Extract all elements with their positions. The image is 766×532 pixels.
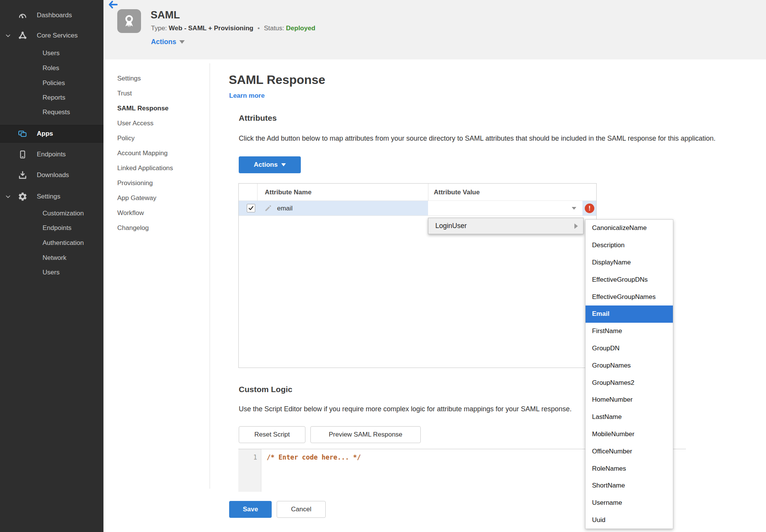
attributes-actions-button[interactable]: Actions	[239, 156, 301, 173]
attribute-name-cell: email	[277, 201, 293, 216]
section-title: SAML Response	[229, 73, 325, 87]
status-label: Status:	[264, 25, 284, 32]
submenu-item-username[interactable]: Username	[586, 494, 673, 512]
submenu-item-description[interactable]: Description	[586, 237, 673, 254]
subnav-item-trust[interactable]: Trust	[117, 86, 132, 101]
subnav-item-workflow[interactable]: Workflow	[117, 205, 144, 220]
subnav-item-account-mapping[interactable]: Account Mapping	[117, 146, 167, 161]
app-meta: Type: Web - SAML + Provisioning • Status…	[151, 25, 315, 32]
subnav-item-app-gateway[interactable]: App Gateway	[117, 190, 156, 205]
sidebar-item-label: Dashboards	[37, 11, 72, 19]
separator-dot: •	[255, 25, 262, 32]
submenu-item-effectivegroupnames[interactable]: EffectiveGroupNames	[586, 288, 673, 305]
header-actions-menu[interactable]: Actions	[151, 38, 185, 46]
award-ribbon-icon	[117, 9, 141, 33]
edit-pencil-icon[interactable]	[264, 204, 272, 212]
submenu-item-rolenames[interactable]: RoleNames	[586, 460, 673, 477]
save-button[interactable]: Save	[229, 501, 272, 518]
row-checkbox[interactable]	[247, 204, 255, 212]
page: DashboardsCore ServicesUsersRolesPolicie…	[0, 0, 766, 532]
sidebar-item-label: Authentication	[43, 239, 84, 247]
sidebar-item-label: Endpoints	[37, 151, 66, 158]
sidebar-item-users[interactable]: Users	[0, 46, 103, 61]
column-header-attribute-value: Attribute Value	[434, 184, 480, 201]
submenu-item-canonicalizename[interactable]: CanonicalizeName	[586, 220, 673, 237]
preview-saml-response-button[interactable]: Preview SAML Response	[310, 426, 421, 443]
dashboard-icon	[18, 10, 28, 20]
sidebar-item-label: Reports	[43, 94, 66, 102]
subnav-item-linked-applications[interactable]: Linked Applications	[117, 161, 173, 176]
submenu-item-mobilenumber[interactable]: MobileNumber	[586, 426, 673, 443]
back-arrow-icon[interactable]	[108, 1, 118, 8]
subnav-item-policy[interactable]: Policy	[117, 131, 135, 146]
attributes-actions-label: Actions	[254, 161, 277, 169]
header-actions-label: Actions	[151, 38, 176, 46]
attributes-heading: Attributes	[239, 113, 277, 123]
sidebar-item-users[interactable]: Users	[0, 265, 103, 280]
submenu-arrow-icon	[574, 223, 578, 229]
sidebar-item-apps[interactable]: Apps	[0, 125, 103, 143]
sidebar-item-endpoints[interactable]: Endpoints	[0, 147, 103, 162]
submenu-item-shortname[interactable]: ShortName	[586, 477, 673, 494]
sidebar-item-label: Customization	[43, 210, 84, 217]
submenu-item-officenumber[interactable]: OfficeNumber	[586, 443, 673, 460]
sidebar-item-roles[interactable]: Roles	[0, 61, 103, 76]
submenu-item-uuid[interactable]: Uuid	[586, 512, 673, 529]
page-title: SAML	[151, 9, 180, 21]
chevron-down-icon[interactable]	[5, 32, 11, 39]
custom-logic-description: Use the Script Editor below if you requi…	[239, 405, 572, 413]
sidebar-item-label: Policies	[43, 79, 65, 87]
submenu-item-firstname[interactable]: FirstName	[586, 323, 673, 340]
value-submenu: CanonicalizeNameDescriptionDisplayNameEf…	[585, 219, 673, 529]
sidebar-item-core-services[interactable]: Core Services	[0, 28, 103, 43]
download-icon	[18, 170, 28, 180]
content-divider	[210, 63, 210, 489]
subnav-item-user-access[interactable]: User Access	[117, 116, 153, 131]
submenu-item-email[interactable]: Email	[586, 305, 673, 323]
cancel-button[interactable]: Cancel	[277, 501, 326, 518]
subnav-item-changelog[interactable]: Changelog	[117, 220, 149, 235]
attributes-description: Click the Add button below to map attrib…	[239, 135, 715, 143]
sidebar-item-label: Settings	[37, 193, 60, 200]
subnav-item-provisioning[interactable]: Provisioning	[117, 176, 153, 190]
submenu-item-effectivegroupdns[interactable]: EffectiveGroupDNs	[586, 271, 673, 288]
apps-icon	[18, 129, 28, 139]
sidebar-item-endpoints[interactable]: Endpoints	[0, 221, 103, 235]
sidebar-item-dashboards[interactable]: Dashboards	[0, 8, 103, 23]
error-icon: !	[585, 204, 594, 213]
learn-more-link[interactable]: Learn more	[229, 92, 265, 100]
chevron-down-icon	[572, 207, 576, 210]
subnav-item-saml-response[interactable]: SAML Response	[117, 101, 169, 116]
sidebar-item-policies[interactable]: Policies	[0, 76, 103, 90]
sidebar-item-customization[interactable]: Customization	[0, 206, 103, 221]
table-row[interactable]: email !	[239, 201, 596, 216]
sidebar-item-authentication[interactable]: Authentication	[0, 236, 103, 250]
sidebar-item-reports[interactable]: Reports	[0, 90, 103, 105]
submenu-item-groupdn[interactable]: GroupDN	[586, 340, 673, 357]
value-menu-loginuser[interactable]: LoginUser	[428, 218, 584, 234]
sidebar-item-label: Users	[43, 269, 59, 276]
chevron-down-icon[interactable]	[5, 193, 11, 200]
sidebar-item-downloads[interactable]: Downloads	[0, 167, 103, 183]
editor-code[interactable]: /* Enter code here... */	[267, 453, 361, 461]
table-header: Attribute Name Attribute Value	[239, 184, 596, 201]
sidebar-item-network[interactable]: Network	[0, 251, 103, 265]
type-value: Web - SAML + Provisioning	[169, 25, 253, 32]
custom-logic-heading: Custom Logic	[239, 385, 292, 394]
submenu-item-lastname[interactable]: LastName	[586, 409, 673, 426]
reset-script-button[interactable]: Reset Script	[239, 426, 305, 443]
sidebar-item-settings[interactable]: Settings	[0, 189, 103, 204]
submenu-item-groupnames2[interactable]: GroupNames2	[586, 374, 673, 391]
sidebar-item-label: Downloads	[37, 171, 69, 179]
sidebar: DashboardsCore ServicesUsersRolesPolicie…	[0, 0, 103, 532]
attribute-value-dropdown[interactable]	[428, 201, 582, 215]
chevron-down-icon	[179, 40, 185, 44]
submenu-item-displayname[interactable]: DisplayName	[586, 254, 673, 271]
endpoint-icon	[18, 149, 28, 159]
submenu-item-groupnames[interactable]: GroupNames	[586, 357, 673, 374]
subnav-item-settings[interactable]: Settings	[117, 71, 141, 86]
sidebar-item-label: Users	[43, 49, 59, 57]
submenu-item-homenumber[interactable]: HomeNumber	[586, 391, 673, 409]
sidebar-item-label: Core Services	[37, 32, 78, 39]
sidebar-item-requests[interactable]: Requests	[0, 105, 103, 120]
